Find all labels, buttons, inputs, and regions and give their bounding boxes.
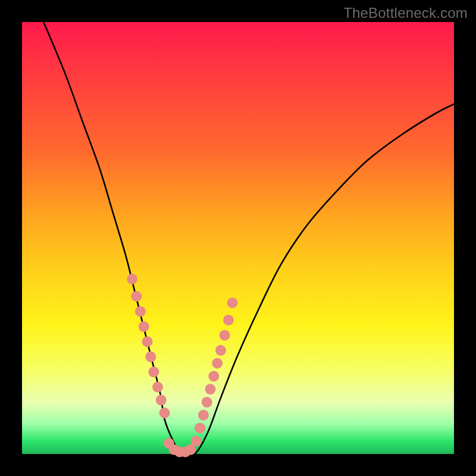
- marker-dot: [156, 394, 167, 405]
- marker-dot: [227, 298, 238, 308]
- bottleneck-curve: [43, 22, 454, 456]
- highlight-markers: [127, 274, 238, 457]
- marker-dot: [220, 330, 230, 340]
- marker-dot: [131, 291, 142, 302]
- marker-dot: [185, 444, 196, 455]
- marker-dot: [223, 315, 234, 325]
- marker-dot: [202, 397, 212, 408]
- marker-dot: [208, 371, 219, 381]
- marker-dot: [198, 410, 209, 421]
- marker-dot: [159, 408, 170, 418]
- marker-dot: [148, 367, 159, 377]
- marker-dot: [215, 345, 226, 356]
- marker-dot: [135, 306, 146, 317]
- curve-layer: [22, 22, 454, 454]
- marker-dot: [139, 321, 149, 332]
- watermark-text: TheBottleneck.com: [343, 5, 468, 21]
- marker-dot: [142, 336, 153, 347]
- marker-dot: [212, 358, 223, 369]
- marker-dot: [152, 382, 163, 393]
- marker-dot: [145, 352, 156, 362]
- chart-frame: TheBottleneck.com: [0, 0, 476, 476]
- plot-area: [22, 22, 454, 454]
- marker-dot: [195, 422, 205, 433]
- marker-dot: [205, 384, 216, 394]
- marker-dot: [127, 274, 137, 284]
